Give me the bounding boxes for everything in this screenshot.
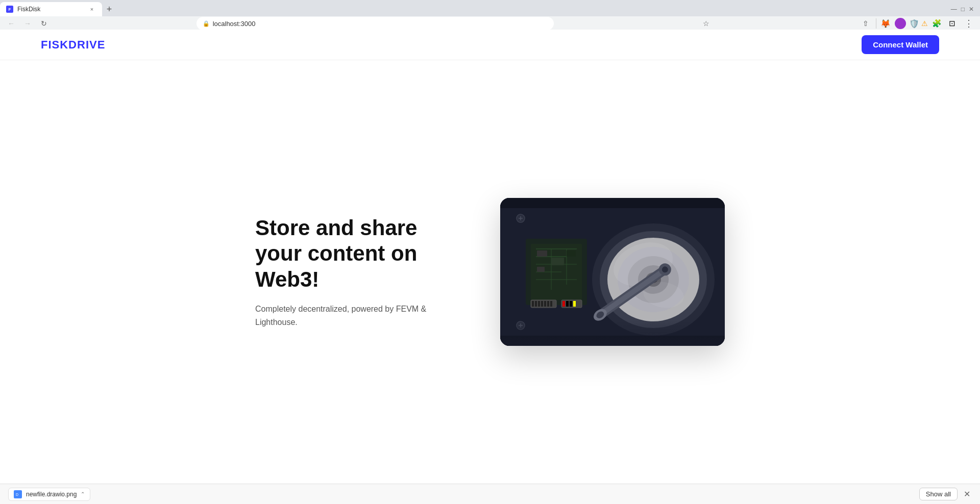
window-close[interactable]: ✕ bbox=[969, 6, 974, 13]
svg-rect-41 bbox=[535, 301, 537, 307]
svg-rect-46 bbox=[550, 301, 552, 307]
connect-wallet-button[interactable]: Connect Wallet bbox=[862, 35, 939, 54]
svg-rect-36 bbox=[551, 258, 564, 265]
shield-icon: 🛡️ bbox=[909, 19, 919, 29]
svg-rect-35 bbox=[537, 250, 547, 257]
toolbar-bar: ← → ↻ 🔒 localhost:3000 ☆ ⇧ 🦊 🛡️ ⚠ 🧩 ⊡ ⋮ bbox=[0, 16, 980, 31]
tab-favicon: F bbox=[6, 6, 13, 13]
svg-rect-44 bbox=[544, 301, 546, 307]
hero-subtitle: Completely decentralized, powered by FEV… bbox=[255, 303, 459, 329]
svg-rect-49 bbox=[566, 301, 569, 307]
window-maximize[interactable]: □ bbox=[961, 6, 965, 13]
svg-rect-38 bbox=[567, 250, 576, 257]
svg-rect-37 bbox=[537, 267, 545, 272]
tab-bar: F FiskDisk × + — □ ✕ bbox=[0, 0, 980, 16]
nav-back-button[interactable]: ← bbox=[4, 16, 18, 31]
svg-rect-39 bbox=[531, 300, 556, 308]
svg-rect-48 bbox=[562, 301, 565, 307]
svg-rect-50 bbox=[570, 301, 572, 307]
browser-chrome: F FiskDisk × + — □ ✕ ← → ↻ 🔒 localhost:3… bbox=[0, 0, 980, 30]
svg-rect-52 bbox=[500, 320, 725, 346]
browser-tab-active[interactable]: F FiskDisk × bbox=[0, 2, 102, 16]
tab-title: FiskDisk bbox=[17, 6, 40, 13]
site-logo: FISKDRIVE bbox=[41, 38, 105, 52]
security-icons: 🛡️ ⚠ bbox=[909, 19, 928, 29]
svg-rect-45 bbox=[547, 301, 549, 307]
purple-circle-icon[interactable] bbox=[895, 18, 906, 29]
hero-image bbox=[500, 198, 725, 346]
url-text: localhost:3000 bbox=[213, 20, 256, 28]
metamask-fox-icon[interactable]: 🦊 bbox=[879, 17, 892, 30]
svg-rect-40 bbox=[532, 301, 534, 307]
svg-rect-51 bbox=[573, 301, 576, 307]
svg-rect-18 bbox=[500, 198, 725, 208]
new-tab-button[interactable]: + bbox=[102, 2, 116, 16]
tab-close-button[interactable]: × bbox=[88, 5, 96, 13]
download-item[interactable]: D newfile.drawio.png ⌃ bbox=[8, 488, 90, 501]
hero-title: Store and share your content on Web3! bbox=[255, 215, 459, 292]
toolbar-separator bbox=[876, 18, 876, 29]
hero-text-block: Store and share your content on Web3! Co… bbox=[255, 215, 459, 329]
window-icon[interactable]: ⊡ bbox=[946, 17, 959, 30]
address-bar[interactable]: 🔒 localhost:3000 bbox=[197, 17, 554, 30]
svg-rect-42 bbox=[538, 301, 540, 307]
close-download-bar-button[interactable]: ✕ bbox=[962, 489, 972, 499]
warning-icon: ⚠ bbox=[921, 19, 928, 28]
bookmark-icon[interactable]: ☆ bbox=[699, 16, 713, 31]
nav-forward-button[interactable]: → bbox=[20, 16, 35, 31]
share-icon[interactable]: ⇧ bbox=[859, 16, 873, 31]
download-file-icon: D bbox=[14, 490, 22, 498]
svg-rect-43 bbox=[541, 301, 543, 307]
lock-icon: 🔒 bbox=[203, 20, 210, 27]
download-filename: newfile.drawio.png bbox=[26, 491, 77, 498]
page-content: FISKDRIVE Connect Wallet Store and share… bbox=[0, 30, 980, 484]
download-bar: D newfile.drawio.png ⌃ Show all ✕ bbox=[0, 484, 980, 504]
show-all-button[interactable]: Show all bbox=[919, 488, 958, 500]
menu-button[interactable]: ⋮ bbox=[962, 16, 976, 31]
nav-refresh-button[interactable]: ↻ bbox=[37, 16, 51, 31]
hero-section: Store and share your content on Web3! Co… bbox=[0, 60, 980, 484]
toolbar-right: ⇧ 🦊 🛡️ ⚠ 🧩 ⊡ ⋮ bbox=[859, 16, 976, 31]
hdd-illustration bbox=[500, 198, 725, 346]
svg-text:D: D bbox=[16, 493, 18, 496]
puzzle-icon[interactable]: 🧩 bbox=[931, 17, 943, 30]
download-chevron-icon[interactable]: ⌃ bbox=[81, 491, 85, 497]
window-minimize[interactable]: — bbox=[951, 6, 957, 13]
download-bar-right: Show all ✕ bbox=[919, 488, 972, 500]
nav-header: FISKDRIVE Connect Wallet bbox=[0, 30, 980, 60]
